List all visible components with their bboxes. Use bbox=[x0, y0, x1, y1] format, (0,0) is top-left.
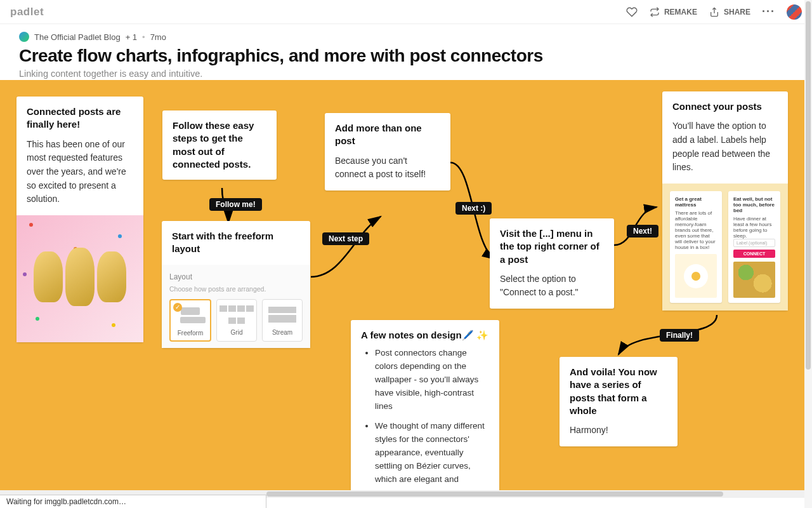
author-name[interactable]: The Official Padlet Blog bbox=[34, 32, 121, 42]
page-header: The Official Padlet Blog + 1 • 7mo Creat… bbox=[0, 24, 812, 88]
card-title: Add more than one post bbox=[335, 122, 440, 148]
brand-logo[interactable]: padlet bbox=[10, 6, 44, 18]
canvas[interactable]: Follow me! Next step Next :) Next! Final… bbox=[0, 80, 804, 498]
connector-label-2: Next step bbox=[322, 232, 369, 245]
card-title: Connected posts are finally here! bbox=[27, 105, 133, 131]
card-body: Harmony! bbox=[570, 424, 667, 438]
card-connect-posts[interactable]: Connect your posts You'll have the optio… bbox=[662, 91, 788, 311]
card-body: This has been one of our most requested … bbox=[27, 138, 133, 206]
heart-icon[interactable] bbox=[626, 6, 638, 18]
note-item: Post connectors change colors depending … bbox=[375, 347, 489, 413]
connect-preview: Get a great mattress There are lots of a… bbox=[662, 184, 788, 311]
layout-preview: Layout Choose how posts are arranged. ✓ … bbox=[162, 265, 310, 348]
top-bar: padlet REMAKE SHARE ··· bbox=[0, 0, 812, 24]
card-design-notes[interactable]: A few notes on design🖊️ ✨ Post connector… bbox=[351, 320, 499, 498]
card-freeform-layout[interactable]: Start with the freeform layout Layout Ch… bbox=[162, 221, 310, 348]
card-visit-menu[interactable]: Visit the [...] menu in the top right co… bbox=[490, 218, 614, 309]
meta-row: The Official Padlet Blog + 1 • 7mo bbox=[19, 32, 793, 42]
post-time: 7mo bbox=[150, 32, 166, 42]
card-voila[interactable]: And voila! You now have a series of post… bbox=[560, 357, 678, 446]
more-icon[interactable]: ··· bbox=[762, 5, 775, 18]
notes-list: Post connectors change colors depending … bbox=[361, 347, 489, 486]
topbar-actions: REMAKE SHARE ··· bbox=[626, 4, 802, 20]
card-follow-steps[interactable]: Follow these easy steps to get the most … bbox=[162, 110, 277, 180]
globe-icon bbox=[19, 32, 29, 42]
connector-label-3: Next :) bbox=[455, 202, 492, 215]
layout-opt-freeform: ✓ Freeform bbox=[169, 299, 211, 342]
layout-sub: Choose how posts are arranged. bbox=[169, 285, 303, 293]
connector-label-4: Next! bbox=[627, 225, 658, 237]
meta-dot: • bbox=[142, 32, 145, 42]
layout-head: Layout bbox=[169, 272, 303, 281]
layout-opt-grid: Grid bbox=[216, 299, 257, 342]
connector-label-5: Finally! bbox=[660, 329, 699, 342]
avatar[interactable] bbox=[787, 4, 802, 20]
card-title: And voila! You now have a series of post… bbox=[570, 366, 667, 417]
connector-label-1: Follow me! bbox=[209, 198, 262, 211]
status-bar: Waiting for imgglb.padletcdn.com… bbox=[0, 495, 266, 508]
page-subtitle: Linking content together is easy and int… bbox=[19, 69, 793, 79]
remake-label: REMAKE bbox=[664, 8, 697, 17]
card-title: Start with the freeform layout bbox=[172, 230, 300, 256]
share-icon bbox=[709, 6, 720, 18]
vertical-scrollbar[interactable] bbox=[804, 0, 812, 508]
remake-button[interactable]: REMAKE bbox=[649, 6, 697, 18]
share-label: SHARE bbox=[724, 8, 750, 17]
page-title: Create flow charts, infographics, and mo… bbox=[19, 46, 793, 66]
note-item: We thought of many different styles for … bbox=[375, 420, 489, 486]
card-connected-posts[interactable]: Connected posts are finally here! This h… bbox=[16, 97, 143, 342]
card-title: Connect your posts bbox=[672, 100, 778, 113]
card-body: Select the option to "Connect to a post.… bbox=[500, 272, 604, 300]
yay-image bbox=[16, 215, 143, 342]
remake-icon bbox=[649, 6, 660, 18]
card-body: Because you can't connect a post to itse… bbox=[335, 154, 440, 182]
card-body: You'll have the option to add a label. L… bbox=[672, 119, 778, 175]
layout-opt-stream: Stream bbox=[262, 299, 303, 342]
card-add-more-posts[interactable]: Add more than one post Because you can't… bbox=[325, 113, 450, 190]
author-plus: + 1 bbox=[126, 32, 137, 42]
card-title: Visit the [...] menu in the top right co… bbox=[500, 227, 604, 266]
share-button[interactable]: SHARE bbox=[709, 6, 750, 18]
card-title: A few notes on design🖊️ ✨ bbox=[361, 329, 489, 342]
card-title: Follow these easy steps to get the most … bbox=[173, 119, 266, 171]
